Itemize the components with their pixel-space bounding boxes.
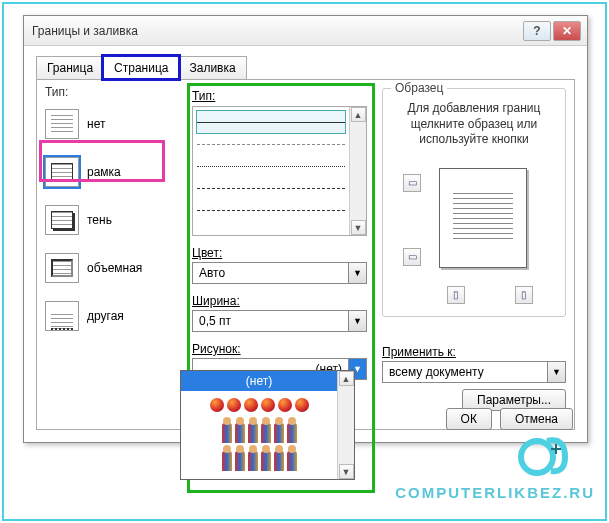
apply-to-value: всему документу <box>383 365 547 379</box>
tab-border[interactable]: Граница <box>36 56 104 79</box>
width-combo[interactable]: 0,5 пт ▼ <box>192 310 367 332</box>
art-option-people2[interactable] <box>181 447 337 475</box>
person-icon <box>222 451 232 471</box>
setting-shadow[interactable]: тень <box>45 205 180 235</box>
type-heading: Тип: <box>45 85 180 99</box>
line-style-list[interactable]: ▲ ▼ <box>192 106 367 236</box>
watermark-text: COMPUTERLIKBEZ.RU <box>395 484 595 501</box>
person-icon <box>274 451 284 471</box>
art-option-people[interactable] <box>181 419 337 447</box>
help-button[interactable]: ? <box>523 21 551 41</box>
width-label: Ширина: <box>192 294 372 308</box>
ok-button[interactable]: ОК <box>446 408 492 430</box>
ball-icon <box>210 398 224 412</box>
line-style-dash-wide[interactable] <box>197 133 345 155</box>
person-icon <box>287 423 297 443</box>
apply-to-combo[interactable]: всему документу ▼ <box>382 361 566 383</box>
person-icon <box>261 423 271 443</box>
preview-hint: Для добавления границ щелкните образец и… <box>391 101 557 148</box>
setting-box-icon <box>45 157 79 187</box>
person-icon <box>235 423 245 443</box>
line-style-dash[interactable] <box>197 177 345 199</box>
style-heading: Тип: <box>192 89 372 103</box>
ball-icon <box>227 398 241 412</box>
person-icon <box>235 451 245 471</box>
preview-heading: Образец <box>391 81 447 95</box>
color-combo[interactable]: Авто ▼ <box>192 262 367 284</box>
style-column: Тип: ▲ ▼ Цвет: Авто ▼ Ширина: <box>192 85 372 380</box>
color-value: Авто <box>193 266 348 280</box>
art-dropdown-popup: (нет) ▲ ▼ <box>180 370 355 480</box>
preview-fieldset: Образец Для добавления границ щелкните о… <box>382 88 566 317</box>
preview-column: Образец Для добавления границ щелкните о… <box>382 85 566 411</box>
close-button[interactable]: ✕ <box>553 21 581 41</box>
art-label: Рисунок: <box>192 342 372 356</box>
apply-to-label: Применить к: <box>382 345 566 359</box>
border-right-button[interactable]: ▯ <box>515 286 533 304</box>
page-preview-text-icon <box>453 193 513 243</box>
titlebar: Границы и заливка ? ✕ <box>24 16 587 46</box>
setting-box-label: рамка <box>87 165 121 179</box>
chevron-down-icon[interactable]: ▼ <box>348 311 366 331</box>
setting-type-column: Тип: нет рамка тень объемная другая <box>45 85 180 349</box>
ball-icon <box>261 398 275 412</box>
line-style-scrollbar[interactable]: ▲ ▼ <box>349 107 366 235</box>
person-icon <box>274 423 284 443</box>
tabstrip: Граница Страница Заливка <box>36 56 246 79</box>
svg-point-0 <box>521 441 553 473</box>
setting-custom[interactable]: другая <box>45 301 180 331</box>
scroll-down-icon[interactable]: ▼ <box>351 220 366 235</box>
border-left-button[interactable]: ▯ <box>447 286 465 304</box>
setting-3d[interactable]: объемная <box>45 253 180 283</box>
window-controls: ? ✕ <box>523 21 581 41</box>
person-icon <box>261 451 271 471</box>
ball-icon <box>278 398 292 412</box>
art-option-balls[interactable] <box>181 391 337 419</box>
line-style-items <box>193 107 349 235</box>
setting-none-label: нет <box>87 117 105 131</box>
chevron-down-icon[interactable]: ▼ <box>547 362 565 382</box>
site-logo-icon <box>517 427 577 479</box>
person-icon <box>248 423 258 443</box>
scroll-up-icon[interactable]: ▲ <box>351 107 366 122</box>
person-icon <box>248 451 258 471</box>
scroll-up-icon[interactable]: ▲ <box>339 371 354 386</box>
dialog-title: Границы и заливка <box>30 24 523 38</box>
border-top-button[interactable]: ▭ <box>403 174 421 192</box>
line-style-dash2[interactable] <box>197 199 345 221</box>
setting-none[interactable]: нет <box>45 109 180 139</box>
person-icon <box>222 423 232 443</box>
chevron-down-icon[interactable]: ▼ <box>348 263 366 283</box>
page-preview[interactable] <box>439 168 527 268</box>
scroll-down-icon[interactable]: ▼ <box>339 464 354 479</box>
setting-3d-label: объемная <box>87 261 142 275</box>
apply-to-row: Применить к: всему документу ▼ Параметры… <box>382 345 566 411</box>
tab-page[interactable]: Страница <box>103 56 179 79</box>
line-style-dot[interactable] <box>197 155 345 177</box>
close-icon: ✕ <box>562 24 572 38</box>
tab-shading[interactable]: Заливка <box>178 56 246 79</box>
setting-custom-icon <box>45 301 79 331</box>
ball-icon <box>244 398 258 412</box>
art-option-none[interactable]: (нет) <box>181 371 337 391</box>
border-bottom-button[interactable]: ▭ <box>403 248 421 266</box>
width-value: 0,5 пт <box>193 314 348 328</box>
preview-grid: ▭ ▭ <box>391 156 557 286</box>
ball-icon <box>295 398 309 412</box>
svg-point-1 <box>554 438 560 444</box>
setting-custom-label: другая <box>87 309 124 323</box>
color-label: Цвет: <box>192 246 372 260</box>
setting-3d-icon <box>45 253 79 283</box>
art-dropdown-scrollbar[interactable]: ▲ ▼ <box>337 371 354 479</box>
setting-shadow-label: тень <box>87 213 112 227</box>
setting-none-icon <box>45 109 79 139</box>
person-icon <box>287 451 297 471</box>
setting-box[interactable]: рамка <box>45 157 180 187</box>
line-style-solid[interactable] <box>197 111 345 133</box>
setting-shadow-icon <box>45 205 79 235</box>
